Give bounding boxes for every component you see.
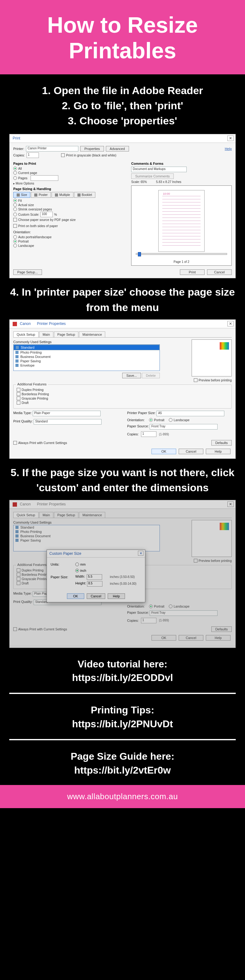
ok-button[interactable]: OK: [67, 593, 84, 599]
list-item-business[interactable]: Business Document: [14, 355, 159, 359]
used-settings-list[interactable]: Standard Photo Printing Business Documen…: [13, 344, 160, 371]
list-item-standard[interactable]: Standard: [14, 345, 159, 350]
both-sides-check[interactable]: Print on both sides of paper: [13, 224, 127, 228]
cancel-button[interactable]: Cancel: [179, 449, 204, 454]
list-item[interactable]: Paper Saving: [14, 538, 159, 542]
pages-input[interactable]: [30, 175, 58, 181]
properties-button[interactable]: Properties: [80, 146, 104, 151]
portrait-radio[interactable]: Portrait: [13, 239, 127, 243]
fit-radio[interactable]: Fit: [13, 199, 127, 202]
preview-slider[interactable]: [136, 253, 227, 255]
list-item-saving[interactable]: Paper Saving: [14, 359, 159, 363]
cancel-button[interactable]: Cancel: [179, 635, 204, 641]
printer-select[interactable]: Canon Printer: [26, 146, 78, 151]
summarize-button[interactable]: Summarize Comments: [131, 173, 174, 179]
print-titlebar: Print ✕: [10, 134, 235, 143]
portrait-radio[interactable]: Portrait: [149, 605, 164, 608]
size-tab[interactable]: Size: [13, 192, 30, 198]
close-icon[interactable]: ✕: [228, 135, 234, 141]
borderless-check[interactable]: Borderless Printing: [17, 392, 228, 396]
canon-titlebar: Canon Printer Properties ✕: [10, 320, 235, 328]
multiple-tab[interactable]: Multiple: [51, 192, 73, 198]
defaults-button[interactable]: Defaults: [212, 626, 232, 632]
ok-button[interactable]: OK: [151, 635, 176, 641]
list-item[interactable]: Standard: [14, 525, 159, 530]
list-item[interactable]: Business Document: [14, 534, 159, 538]
defaults-button[interactable]: Defaults: [212, 440, 232, 445]
paper-source-select[interactable]: Front Tray: [150, 610, 218, 616]
save-button[interactable]: Save...: [122, 373, 141, 378]
grayscale-check[interactable]: Print in grayscale (black and white): [61, 153, 116, 157]
close-icon[interactable]: ✕: [228, 501, 234, 507]
close-icon[interactable]: ✕: [228, 321, 234, 326]
ok-button[interactable]: OK: [151, 449, 176, 454]
tab-main[interactable]: Main: [39, 512, 53, 518]
advanced-button[interactable]: Advanced: [106, 146, 129, 151]
booklet-tab[interactable]: Booklet: [74, 192, 95, 198]
all-radio[interactable]: All: [13, 167, 127, 170]
tab-maintenance[interactable]: Maintenance: [79, 331, 105, 337]
list-item[interactable]: Photo Printing: [14, 530, 159, 534]
always-print-check[interactable]: Always Print with Current Settings: [13, 441, 67, 445]
duplex-check[interactable]: Duplex Printing: [17, 388, 228, 391]
more-options-toggle[interactable]: ▸ More Options: [13, 182, 34, 185]
grayscale-check[interactable]: Grayscale Printing: [17, 396, 228, 400]
tips-url[interactable]: https://bit.ly/2PNUvDt: [6, 717, 239, 731]
paper-size-select[interactable]: A5: [156, 411, 224, 416]
help-button[interactable]: Help: [108, 593, 125, 599]
width-input[interactable]: 5.5: [87, 574, 102, 580]
preview-before-check[interactable]: Preview before printing: [194, 378, 232, 382]
landscape-radio[interactable]: Landscape: [13, 244, 127, 247]
help-button[interactable]: Help: [206, 635, 231, 641]
landscape-radio[interactable]: Landscape: [169, 418, 189, 422]
site-url[interactable]: www.allaboutplanners.com.au: [67, 792, 178, 801]
cancel-button[interactable]: Cancel: [207, 269, 232, 275]
auto-orient-radio[interactable]: Auto portrait/landscape: [13, 235, 127, 239]
used-settings-list[interactable]: Standard Photo Printing Business Documen…: [13, 525, 160, 551]
video-url[interactable]: https://bit.ly/2EODDvl: [6, 671, 239, 685]
landscape-radio[interactable]: Landscape: [169, 605, 189, 608]
custom-titlebar: Custom Paper Size ✕: [47, 550, 145, 558]
comments-select[interactable]: Document and Markups: [131, 167, 187, 172]
page-setup-button[interactable]: Page Setup...: [13, 269, 42, 275]
customscale-radio[interactable]: Custom Scale: 100 %: [13, 212, 127, 217]
shrink-radio[interactable]: Shrink oversized pages: [13, 207, 127, 211]
tab-maintenance[interactable]: Maintenance: [79, 512, 105, 518]
copies-spinner[interactable]: 1: [141, 618, 156, 623]
media-type-select[interactable]: Plain Paper: [33, 411, 100, 416]
tab-page-setup[interactable]: Page Setup: [54, 331, 79, 337]
actual-radio[interactable]: Actual size: [13, 203, 127, 207]
inch-radio[interactable]: inch: [75, 569, 107, 573]
print-quality-select[interactable]: Standard: [33, 419, 102, 425]
guide-url[interactable]: https://bit.ly/2vtEr0w: [6, 764, 239, 777]
printer-properties-custom-dialog: Canon Printer Properties ✕ Quick Setup M…: [9, 500, 236, 648]
close-icon[interactable]: ✕: [138, 551, 143, 556]
copies-spinner[interactable]: 1: [141, 431, 156, 437]
always-print-check[interactable]: Always Print with Current Settings: [13, 627, 67, 631]
tab-page-setup[interactable]: Page Setup: [54, 512, 79, 518]
poster-tab[interactable]: Poster: [31, 192, 51, 198]
height-input[interactable]: 8.5: [87, 581, 102, 587]
draft-check[interactable]: Draft: [17, 401, 228, 404]
preview-before-check[interactable]: Preview before printing: [194, 559, 232, 563]
list-item-photo[interactable]: Photo Printing: [14, 350, 159, 355]
tab-quick-setup[interactable]: Quick Setup: [13, 331, 38, 337]
print-dialog: Print ✕ Printer: Canon Printer Propertie…: [9, 134, 236, 278]
delete-button[interactable]: Delete: [142, 373, 160, 378]
portrait-radio[interactable]: Portrait: [149, 418, 164, 422]
copies-input[interactable]: 1: [27, 153, 39, 158]
print-button[interactable]: Print: [180, 269, 205, 275]
cancel-button[interactable]: Cancel: [87, 593, 105, 599]
tab-quick-setup[interactable]: Quick Setup: [13, 512, 38, 518]
help-link[interactable]: Help: [224, 147, 232, 151]
choose-source-check[interactable]: Choose paper source by PDF page size: [13, 218, 127, 221]
paper-source-select[interactable]: Front Tray: [150, 424, 218, 430]
help-button[interactable]: Help: [206, 449, 231, 454]
pages-radio[interactable]: Pages: [13, 175, 127, 181]
page-of: Page 1 of 2: [132, 260, 231, 264]
currentpage-radio[interactable]: Current page: [13, 171, 127, 175]
list-item-envelope[interactable]: Envelope: [14, 363, 159, 368]
tab-main[interactable]: Main: [39, 331, 53, 337]
customscale-input[interactable]: 100: [40, 212, 53, 217]
mm-radio[interactable]: mm: [75, 563, 107, 566]
